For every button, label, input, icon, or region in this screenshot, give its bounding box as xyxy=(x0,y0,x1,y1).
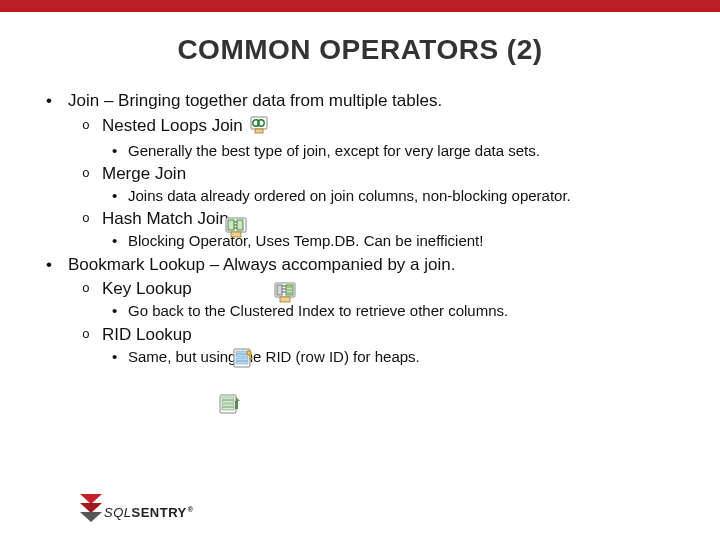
bullet-key-lookup-text: Key Lookup xyxy=(102,279,192,298)
logo-sentry: SENTRY xyxy=(132,505,187,520)
bullet-hash-match-text: Hash Match Join xyxy=(102,209,229,228)
bullet-merge-join: Merge Join xyxy=(80,163,680,186)
bullet-key-sub: Go back to the Clustered Index to retrie… xyxy=(108,301,680,321)
bullet-rid-sub-text: Same, but using the RID (row ID) for hea… xyxy=(128,348,420,365)
bullet-merge-join-text: Merge Join xyxy=(102,164,186,183)
svg-rect-13 xyxy=(236,351,248,354)
bullet-join: Join – Bringing together data from multi… xyxy=(40,90,680,113)
svg-rect-9 xyxy=(277,285,282,295)
bullet-rid-sub: Same, but using the RID (row ID) for hea… xyxy=(108,347,680,367)
svg-rect-6 xyxy=(237,220,243,230)
svg-rect-14 xyxy=(236,355,248,358)
svg-rect-24 xyxy=(222,408,234,411)
bullet-key-sub-text: Go back to the Clustered Index to retrie… xyxy=(128,302,508,319)
bullet-rid-lookup: RID Lookup xyxy=(80,324,680,347)
bullet-join-text: Join – Bringing together data from multi… xyxy=(68,91,442,110)
svg-rect-22 xyxy=(222,401,234,404)
slide-body: Join – Bringing together data from multi… xyxy=(0,90,720,367)
bullet-rid-lookup-text: RID Lookup xyxy=(102,325,192,344)
bullet-nested-sub: Generally the best type of join, except … xyxy=(108,141,680,161)
svg-rect-5 xyxy=(228,220,234,230)
bullet-merge-sub: Joins data already ordered on join colum… xyxy=(108,186,680,206)
logo-sql: SQL xyxy=(104,505,132,520)
bullet-nested-sub-text: Generally the best type of join, except … xyxy=(128,142,540,159)
bullet-bookmark-text: Bookmark Lookup – Always accompanied by … xyxy=(68,255,455,274)
svg-rect-7 xyxy=(231,232,241,237)
nested-loops-icon xyxy=(250,116,268,141)
bullet-nested-loops: Nested Loops Join xyxy=(80,115,680,141)
bullet-bookmark: Bookmark Lookup – Always accompanied by … xyxy=(40,254,680,277)
sqlsentry-logo: SQLSENTRY® xyxy=(80,494,193,522)
svg-rect-21 xyxy=(222,397,234,400)
slide: COMMON OPERATORS (2) Join – Bringing tog… xyxy=(0,0,720,540)
svg-rect-23 xyxy=(222,404,234,407)
bullet-key-lookup: Key Lookup xyxy=(80,278,680,301)
bullet-hash-match: Hash Match Join xyxy=(80,208,680,231)
bullet-merge-sub-text: Joins data already ordered on join colum… xyxy=(128,187,571,204)
bullet-nested-loops-text: Nested Loops Join xyxy=(102,116,243,135)
accent-bar xyxy=(0,0,720,12)
svg-rect-15 xyxy=(236,358,248,361)
logo-mark-icon xyxy=(80,494,102,522)
logo-text: SQLSENTRY® xyxy=(104,505,193,522)
slide-title: COMMON OPERATORS (2) xyxy=(0,34,720,66)
svg-rect-11 xyxy=(280,297,290,302)
logo-reg: ® xyxy=(188,506,194,513)
svg-rect-19 xyxy=(251,358,253,359)
svg-rect-25 xyxy=(235,401,238,409)
bullet-hash-sub: Blocking Operator, Uses Temp.DB. Can be … xyxy=(108,231,680,251)
hash-match-icon xyxy=(274,281,296,307)
rid-lookup-icon xyxy=(218,393,242,421)
merge-join-icon xyxy=(225,216,247,242)
svg-rect-3 xyxy=(255,129,263,133)
key-lookup-icon xyxy=(232,347,256,375)
bullet-hash-sub-text: Blocking Operator, Uses Temp.DB. Can be … xyxy=(128,232,483,249)
svg-rect-16 xyxy=(236,362,248,365)
